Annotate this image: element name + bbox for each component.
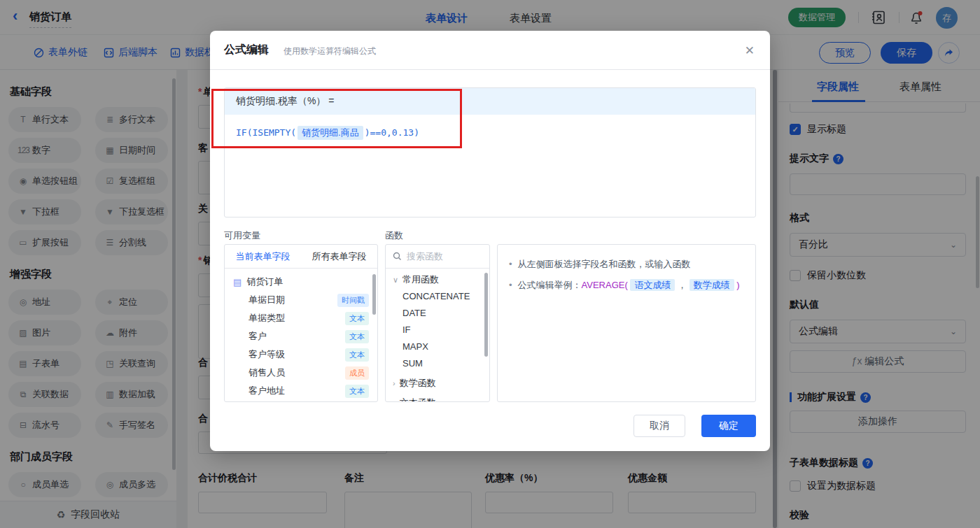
function-group-math[interactable]: › 数学函数 [386,375,489,392]
type-badge: 时间戳 [337,294,369,307]
variables-scrollbar[interactable] [372,274,376,315]
variable-row[interactable]: 客户地址文本 [225,382,377,400]
function-item[interactable]: SUM [386,355,489,372]
modal-title: 公式编辑 [224,43,269,57]
help-line-1: • 从左侧面板选择字段名和函数，或输入函数 [509,257,746,271]
variable-name: 单据日期 [248,294,285,306]
bullet-icon: • [509,257,512,271]
tree-root-form[interactable]: ▤ 销货订单 [225,273,377,291]
type-badge: 成员 [345,366,369,380]
formula-editor-modal: 公式编辑 使用数学运算符编辑公式 ✕ 销货明细.税率（%） = IF(ISEMP… [210,31,770,451]
formula-expression[interactable]: IF(ISEMPTY(销货明细.商品)==0,0.13) [236,126,755,140]
tab-current-form-fields[interactable]: 当前表单字段 [225,250,301,263]
functions-panel: 搜索函数 ∨ 常用函数 CONCATENATE DATE IF MAPX SUM… [385,244,490,402]
variables-panel: 当前表单字段 所有表单字段 ▤ 销货订单 单据日期时间戳 单据类型文本 客户文本… [224,244,378,402]
variable-row[interactable]: 单据类型文本 [225,309,377,327]
close-icon[interactable]: ✕ [745,43,755,58]
variable-row[interactable]: 单据日期时间戳 [225,291,377,309]
variables-tree: ▤ 销货订单 单据日期时间戳 单据类型文本 客户文本 客户等级文本 销售人员成员… [225,273,377,402]
variable-row[interactable]: 文本 [225,400,377,402]
function-item[interactable]: CONCATENATE [386,288,489,305]
variables-pane-label: 可用变量 [224,229,260,242]
field-chip[interactable]: 销货明细.商品 [298,126,363,140]
type-badge: 文本 [345,330,369,343]
function-search[interactable]: 搜索函数 [386,245,489,269]
function-token: AVERAGE( [582,280,628,290]
confirm-button[interactable]: 确定 [701,415,756,437]
example-label: 公式编辑举例： [518,280,582,290]
formula-suffix: )==0,0.13) [365,127,419,138]
variable-name: 客户等级 [248,348,285,361]
tab-all-form-fields[interactable]: 所有表单字段 [301,250,377,263]
variable-name: 单据类型 [248,312,285,324]
variable-name: 客户 [248,330,267,343]
field-chip: 数学成绩 [690,279,734,291]
search-icon [393,252,402,261]
variable-row[interactable]: 客户等级文本 [225,345,377,364]
function-item[interactable]: MAPX [386,338,489,355]
variable-row[interactable]: 销售人员成员 [225,364,377,382]
type-badge: 文本 [345,348,369,362]
variables-tabs: 当前表单字段 所有表单字段 [225,245,377,269]
function-group-common[interactable]: ∨ 常用函数 [386,271,489,288]
variable-name: 销售人员 [248,366,285,379]
function-group-text[interactable]: › 文本函数 [386,394,489,402]
formula-prefix: IF(ISEMPTY( [236,127,296,138]
cancel-button[interactable]: 取消 [634,415,685,437]
modal-header: 公式编辑 使用数学运算符编辑公式 ✕ [210,31,770,70]
help-line-2: • 公式编辑举例：AVERAGE( 语文成绩 ， 数学成绩 ) [509,278,746,292]
formula-target-line: 销货明细.税率（%） = [225,88,755,115]
type-badge: 文本 [345,312,369,325]
function-item[interactable]: DATE [386,305,489,322]
function-token: ) [736,280,739,290]
function-item[interactable]: IF [386,322,489,338]
chevron-down-icon: ∨ [393,276,398,285]
functions-scrollbar[interactable] [484,273,488,357]
bullet-icon: • [509,278,512,292]
variable-name: 客户地址 [248,385,285,397]
chevron-right-icon: › [393,399,396,402]
search-placeholder: 搜索函数 [407,250,443,263]
help-panel: • 从左侧面板选择字段名和函数，或输入函数 • 公式编辑举例：AVERAGE( … [497,244,756,402]
chevron-right-icon: › [393,379,396,387]
field-chip: 语文成绩 [630,279,675,291]
app-window: ‹ 销货订单 表单设计 表单设置 数据管理 存 表单外链 [0,0,980,528]
functions-pane-label: 函数 [385,229,403,242]
type-badge: 文本 [345,385,369,398]
modal-subtitle: 使用数学运算符编辑公式 [284,45,376,57]
formula-editor-area[interactable]: 销货明细.税率（%） = IF(ISEMPTY(销货明细.商品)==0,0.13… [224,87,756,217]
root-form-name: 销货订单 [246,276,283,288]
comma-token: ， [678,280,687,290]
form-doc-icon: ▤ [233,277,241,287]
variable-row[interactable]: 客户文本 [225,327,377,345]
